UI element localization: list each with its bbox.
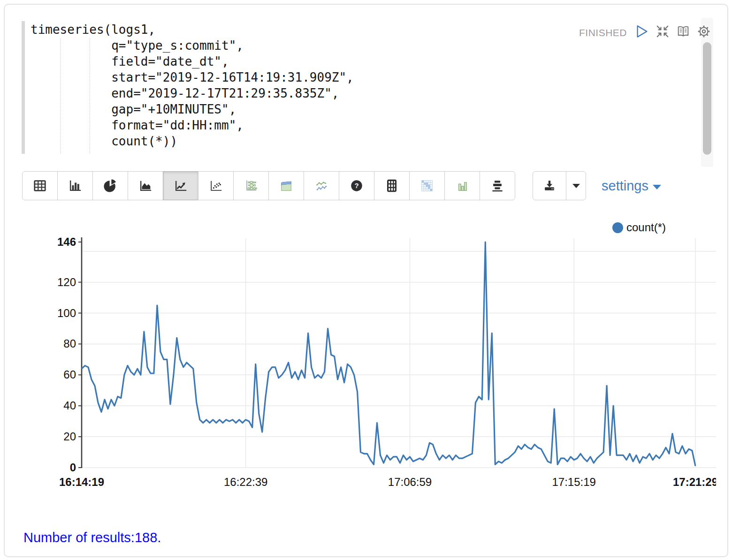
svg-text:40: 40 — [63, 399, 76, 412]
paragraph-controls — [634, 23, 712, 39]
editor-gutter — [22, 21, 25, 154]
histogram-button[interactable] — [444, 171, 480, 200]
svg-text:60: 60 — [63, 368, 76, 381]
matrix-icon — [385, 179, 399, 193]
paragraph-status: FINISHED — [579, 27, 627, 38]
bubble-chart-button[interactable] — [233, 171, 269, 200]
scatter-chart-icon — [209, 179, 223, 193]
report-icon — [676, 24, 690, 38]
svg-text:?: ? — [354, 182, 358, 189]
funnel-button[interactable] — [480, 171, 515, 200]
run-button[interactable] — [634, 23, 650, 39]
pie-chart-icon — [103, 179, 117, 193]
settings-label: settings — [602, 178, 648, 194]
chart-type-toolbar: ? — [22, 171, 515, 200]
bubble-chart-icon — [244, 179, 258, 193]
svg-text:120: 120 — [57, 276, 76, 288]
run-icon — [634, 24, 649, 39]
histogram-icon — [455, 179, 469, 193]
download-icon — [542, 179, 557, 193]
table-button[interactable] — [22, 171, 58, 200]
caret-down-icon — [653, 185, 661, 189]
display-toolbar: ? settings — [5, 171, 727, 200]
funnel-icon — [490, 179, 504, 193]
line-chart-button[interactable] — [163, 171, 198, 200]
svg-text:16:22:39: 16:22:39 — [224, 476, 267, 488]
svg-text:0: 0 — [70, 461, 76, 474]
svg-text:100: 100 — [57, 307, 76, 319]
area-chart-icon — [138, 179, 152, 193]
svg-text:17:06:59: 17:06:59 — [388, 476, 432, 488]
svg-text:80: 80 — [63, 337, 76, 350]
settings-link[interactable]: settings — [602, 171, 661, 200]
notebook-page: timeseries(logs1, q="type_s:commit", fie… — [0, 0, 732, 560]
report-button[interactable] — [675, 23, 691, 39]
collapse-icon — [656, 24, 670, 38]
bar-chart-icon — [68, 179, 82, 193]
paragraph-card: timeseries(logs1, q="type_s:commit", fie… — [4, 4, 728, 557]
editor-scrollbar-thumb[interactable] — [703, 42, 711, 155]
table-icon — [33, 179, 47, 193]
caret-down-icon — [572, 184, 580, 188]
bar-chart-button[interactable] — [57, 171, 93, 200]
svg-text:146: 146 — [57, 235, 76, 248]
help-icon: ? — [350, 179, 364, 193]
multi-line-chart-icon — [314, 179, 328, 193]
gear-icon — [697, 24, 711, 38]
editor-scrollbar[interactable] — [701, 18, 713, 167]
svg-text:17:21:29: 17:21:29 — [673, 476, 716, 488]
pie-chart-button[interactable] — [92, 171, 128, 200]
multi-line-chart-button[interactable] — [304, 171, 339, 200]
collapse-button[interactable] — [655, 23, 671, 39]
svg-text:20: 20 — [63, 430, 76, 443]
scatter-chart-button[interactable] — [198, 171, 234, 200]
area-chart-button[interactable] — [128, 171, 163, 200]
svg-text:17:15:19: 17:15:19 — [552, 476, 595, 488]
svg-text:16:14:19: 16:14:19 — [59, 476, 104, 488]
download-button[interactable] — [533, 171, 566, 200]
matrix-button[interactable] — [374, 171, 410, 200]
query-code-editor[interactable]: timeseries(logs1, q="type_s:commit", fie… — [30, 22, 354, 149]
heatmap-button[interactable] — [409, 171, 445, 200]
stacked-area-chart-button[interactable] — [268, 171, 304, 200]
line-chart-icon — [174, 179, 188, 193]
stacked-area-chart-icon — [279, 179, 293, 193]
help-button[interactable]: ? — [339, 171, 374, 200]
results-count: Number of results:188. — [23, 530, 161, 545]
timeseries-line-chart[interactable]: 02040608010012014616:14:1916:22:3917:06:… — [5, 207, 716, 507]
gear-button[interactable] — [696, 23, 712, 39]
download-group — [533, 171, 586, 200]
heatmap-icon — [420, 179, 434, 193]
download-options-button[interactable] — [566, 171, 586, 200]
